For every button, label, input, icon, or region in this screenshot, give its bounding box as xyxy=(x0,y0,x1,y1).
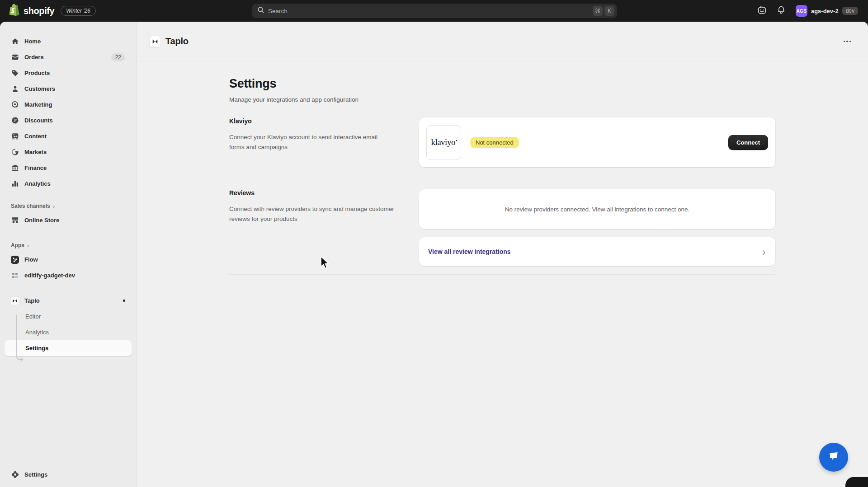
account-menu[interactable]: AGS ags-dev-2 dev xyxy=(793,3,861,19)
shopify-logo[interactable]: shopify xyxy=(9,4,54,18)
klaviyo-logo-mark: ▪ xyxy=(456,138,457,143)
sidebar-item-label: editify-gadget-dev xyxy=(24,272,125,279)
sidebar-item-label: Content xyxy=(24,133,125,140)
content-scroll-area[interactable]: Settings Manage your integrations and ap… xyxy=(137,61,868,487)
storefront-icon xyxy=(11,216,19,224)
bank-icon xyxy=(11,164,19,172)
sidebar-item-label: Taplo xyxy=(24,297,118,304)
sidebar-item-analytics[interactable]: Analytics xyxy=(5,176,132,192)
klaviyo-description: Connect your Klaviyo account to send int… xyxy=(229,132,394,152)
sidebar-item-discounts[interactable]: Discounts xyxy=(5,112,132,128)
release-badge: Winter '26 xyxy=(61,6,96,16)
sidebar-item-label: Analytics xyxy=(24,180,125,187)
avatar: AGS xyxy=(796,5,807,17)
chevron-right-icon: › xyxy=(53,203,55,209)
gear-icon xyxy=(11,471,19,478)
app-frame: Home Orders 22 Products Customers xyxy=(0,22,868,487)
chevron-right-icon: › xyxy=(763,246,765,257)
reviews-empty-card: No review providers connected. View all … xyxy=(419,189,775,229)
sidekick-face-icon xyxy=(757,5,767,17)
search-input[interactable]: Search ⌘ K xyxy=(252,4,617,18)
chat-widget-button[interactable] xyxy=(819,443,848,472)
store-name: ags-dev-2 xyxy=(811,8,839,14)
reviews-empty-message: No review providers connected. View all … xyxy=(505,206,690,213)
sidebar-item-home[interactable]: Home xyxy=(5,33,132,49)
more-actions-button[interactable] xyxy=(840,37,855,46)
sidebar-item-flow[interactable]: Flow xyxy=(5,252,132,267)
klaviyo-section: Klaviyo Connect your Klaviyo account to … xyxy=(229,117,775,179)
sidebar-item-settings[interactable]: Settings xyxy=(5,467,132,482)
view-review-integrations-link[interactable]: View all review integrations › xyxy=(419,237,775,266)
sidebar-item-orders[interactable]: Orders 22 xyxy=(5,49,132,65)
media-icon xyxy=(11,132,19,140)
sidebar-item-markets[interactable]: $ Markets xyxy=(5,144,132,160)
sidebar-item-taplo[interactable]: Taplo xyxy=(5,293,132,309)
reviews-annotation: Reviews Connect with review providers to… xyxy=(229,189,419,266)
sidebar-item-content[interactable]: Content xyxy=(5,128,132,144)
flow-app-icon xyxy=(11,256,19,264)
reviews-description: Connect with review providers to sync an… xyxy=(229,204,394,224)
discount-badge-icon xyxy=(11,117,19,124)
sidebar-item-label: Finance xyxy=(24,164,125,171)
sidekick-assistant-button[interactable] xyxy=(755,4,769,18)
sidebar-item-label: Markets xyxy=(24,149,125,155)
sidebar-item-taplo-editor[interactable]: Editor xyxy=(5,309,132,324)
reviews-title: Reviews xyxy=(229,189,419,197)
sidebar-item-label: Home xyxy=(24,38,125,45)
env-badge: dev xyxy=(842,7,858,15)
globe-dollar-icon: $ xyxy=(11,148,19,156)
sidebar-item-label: Marketing xyxy=(24,101,125,108)
bell-icon xyxy=(777,5,786,16)
topbar: shopify Winter '26 Search ⌘ K xyxy=(0,0,868,22)
sidebar: Home Orders 22 Products Customers xyxy=(0,22,137,487)
bar-chart-icon xyxy=(11,180,19,187)
sidebar-item-label: Orders xyxy=(24,54,106,61)
sidebar-item-products[interactable]: Products xyxy=(5,65,132,81)
sidebar-footer: Settings xyxy=(0,467,136,482)
page-title-app: Taplo xyxy=(165,36,189,47)
sidebar-item-marketing[interactable]: Marketing xyxy=(5,97,132,112)
shopify-wordmark: shopify xyxy=(24,6,54,16)
settings-heading: Settings xyxy=(229,77,775,91)
search-placeholder: Search xyxy=(268,8,591,14)
status-badge: Not connected xyxy=(470,137,519,148)
search-icon xyxy=(257,6,264,15)
sidebar-item-label: Online Store xyxy=(24,217,125,224)
screen-corner-overlay xyxy=(845,477,868,487)
orders-icon xyxy=(11,53,19,61)
k-key-badge: K xyxy=(604,6,614,16)
person-icon xyxy=(11,85,19,93)
sidebar-item-label: Discounts xyxy=(24,117,125,124)
connect-button[interactable]: Connect xyxy=(728,135,768,150)
app-grid-icon xyxy=(11,272,19,279)
target-icon xyxy=(11,101,19,108)
chevron-right-icon: › xyxy=(27,243,29,248)
sidebar-item-label: Products xyxy=(24,70,125,76)
klaviyo-logo: klaviyo▪ xyxy=(426,125,461,160)
sales-channels-header[interactable]: Sales channels › xyxy=(5,200,132,212)
sidebar-item-label: Customers xyxy=(24,85,125,92)
klaviyo-annotation: Klaviyo Connect your Klaviyo account to … xyxy=(229,117,419,167)
settings-subtitle: Manage your integrations and app configu… xyxy=(229,96,775,103)
cmd-key-badge: ⌘ xyxy=(593,6,603,16)
sidebar-item-editify-gadget-dev[interactable]: editify-gadget-dev xyxy=(5,267,132,283)
shopify-bag-icon xyxy=(9,4,20,18)
sidebar-item-finance[interactable]: Finance xyxy=(5,160,132,176)
notifications-button[interactable] xyxy=(774,4,788,18)
orders-count-badge: 22 xyxy=(111,53,125,61)
sidebar-item-customers[interactable]: Customers xyxy=(5,81,132,97)
chat-bubble-icon xyxy=(827,450,840,465)
klaviyo-title: Klaviyo xyxy=(229,117,419,125)
sidebar-item-taplo-analytics[interactable]: Analytics xyxy=(5,324,132,340)
klaviyo-card: klaviyo▪ Not connected Connect xyxy=(419,117,775,167)
main-panel: Taplo Settings Manage your integrations … xyxy=(137,22,868,487)
tag-icon xyxy=(11,69,19,77)
reviews-section: Reviews Connect with review providers to… xyxy=(229,179,775,275)
svg-text:$: $ xyxy=(15,150,18,155)
home-icon xyxy=(11,37,19,45)
sidebar-item-label: Flow xyxy=(24,256,125,263)
apps-header[interactable]: Apps › xyxy=(5,239,132,252)
sidebar-item-taplo-settings[interactable]: Settings xyxy=(5,340,132,356)
sidebar-item-online-store[interactable]: Online Store xyxy=(5,212,132,228)
taplo-app-icon xyxy=(11,296,19,305)
